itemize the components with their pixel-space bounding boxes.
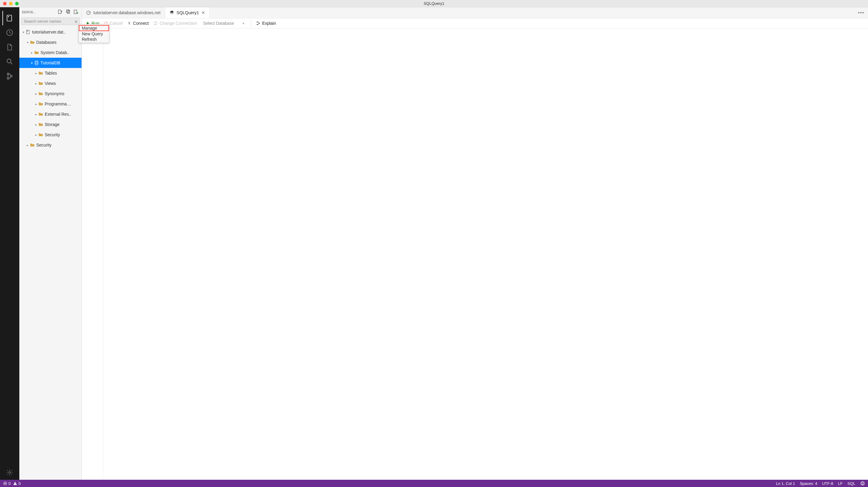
chevron-right-icon: ▸ (34, 133, 38, 136)
context-menu-new-query[interactable]: New Query (79, 31, 109, 36)
server-icon (25, 30, 31, 34)
folder-icon (34, 50, 39, 55)
tree-views-node[interactable]: ▸ Views (19, 78, 82, 89)
search-clear-icon[interactable]: ✕ (74, 19, 78, 24)
svg-rect-8 (58, 10, 61, 13)
status-errors-count: 0 (8, 481, 10, 486)
code-editor[interactable] (103, 28, 868, 480)
tree-databases-node[interactable]: ▾ Databases (19, 37, 82, 48)
activity-settings[interactable] (2, 465, 17, 480)
server-tree: ▾ tutorialserver.dat.. ▾ Databases ▸ Sys… (19, 27, 82, 480)
window-minimize-icon[interactable] (9, 2, 13, 5)
chevron-right-icon: ▸ (25, 144, 30, 147)
database-icon (34, 60, 39, 65)
tree-label: External Res.. (45, 112, 71, 117)
status-cursor[interactable]: Ln 1, Col 1 (776, 481, 795, 486)
editor-actions-icon[interactable]: ••• (855, 10, 868, 15)
tree-label: Tables (45, 71, 57, 75)
tree-label: Storage (45, 122, 60, 127)
change-connection-label: Change Connection (159, 21, 197, 26)
svg-point-5 (7, 78, 9, 79)
tree-label: System Datab.. (40, 50, 69, 55)
svg-point-21 (259, 23, 259, 24)
window-maximize-icon[interactable] (15, 2, 19, 5)
status-feedback-icon[interactable] (860, 481, 865, 486)
line-gutter: 1 (82, 28, 103, 480)
status-warnings-count: 0 (19, 481, 21, 486)
tree-label: Security (45, 132, 60, 137)
window-title: SQLQuery1 (424, 1, 444, 6)
new-server-group-icon[interactable] (65, 9, 71, 15)
status-eol[interactable]: LF (838, 481, 843, 486)
select-database-dropdown[interactable]: Select Database ▼ (202, 20, 251, 26)
tree-security-inner-node[interactable]: ▸ Security (19, 130, 82, 140)
tree-server-node[interactable]: ▾ tutorialserver.dat.. (19, 27, 82, 37)
context-menu-manage[interactable]: Manage (79, 25, 109, 31)
context-menu-refresh[interactable]: Refresh (79, 36, 109, 42)
chevron-right-icon: ▸ (34, 113, 38, 116)
close-icon[interactable]: ✕ (202, 10, 205, 15)
svg-point-3 (7, 59, 11, 63)
explain-label: Explain (262, 21, 276, 26)
status-bar: 0 0 Ln 1, Col 1 Spaces: 4 UTF-8 LF SQL (0, 480, 868, 487)
svg-point-20 (257, 24, 257, 25)
chevron-down-icon: ▾ (25, 41, 30, 44)
activity-search[interactable] (2, 54, 17, 69)
chevron-right-icon: ▸ (34, 123, 38, 126)
folder-icon (30, 40, 35, 45)
tab-server-dashboard[interactable]: tutorialserver.database.windows.net (82, 7, 165, 18)
connect-button[interactable]: Connect (127, 21, 149, 26)
activity-task-history[interactable] (2, 25, 17, 40)
folder-icon (38, 112, 43, 117)
status-indentation[interactable]: Spaces: 4 (800, 481, 817, 486)
search-input[interactable] (21, 18, 80, 25)
activity-source-control[interactable] (2, 69, 17, 83)
folder-icon (38, 71, 43, 75)
title-bar: SQLQuery1 (0, 0, 868, 7)
activity-servers[interactable] (2, 11, 17, 25)
activity-explorer[interactable] (2, 40, 17, 54)
folder-icon (38, 122, 43, 127)
svg-rect-0 (7, 15, 11, 21)
tree-tutorialdb-node[interactable]: ▾ TutorialDB (19, 58, 82, 68)
tree-system-databases-node[interactable]: ▸ System Datab.. (19, 48, 82, 58)
svg-point-23 (15, 484, 16, 484)
chevron-right-icon: ▸ (30, 51, 34, 54)
folder-icon (30, 143, 35, 147)
tabs: tutorialserver.database.windows.net SQLQ… (82, 7, 868, 19)
status-errors[interactable]: 0 (3, 481, 10, 486)
tab-sqlquery1[interactable]: SQLQuery1 ✕ (165, 7, 210, 18)
status-language[interactable]: SQL (847, 481, 855, 486)
chevron-down-icon: ▼ (242, 22, 245, 25)
folder-icon (38, 101, 43, 106)
activity-bar (0, 7, 19, 480)
chevron-down-icon: ▾ (30, 61, 34, 65)
explain-button[interactable]: Explain (256, 21, 276, 26)
new-connection-icon[interactable] (57, 9, 63, 15)
tree-storage-node[interactable]: ▸ Storage (19, 119, 82, 130)
cancel-label: Cancel (110, 21, 123, 26)
svg-rect-13 (27, 30, 29, 34)
svg-rect-11 (74, 10, 77, 13)
window-close-icon[interactable] (3, 2, 7, 5)
chevron-right-icon: ▸ (34, 92, 38, 95)
change-connection-button[interactable]: Change Connection (153, 21, 197, 26)
svg-rect-9 (66, 10, 69, 13)
status-encoding[interactable]: UTF-8 (822, 481, 833, 486)
status-warnings[interactable]: 0 (13, 481, 21, 486)
tree-label: Security (36, 143, 52, 147)
tree-programmability-node[interactable]: ▸ Programma… (19, 99, 82, 109)
tree-security-outer-node[interactable]: ▸ Security (19, 140, 82, 150)
svg-point-19 (257, 22, 257, 22)
tree-external-resources-node[interactable]: ▸ External Res.. (19, 109, 82, 119)
chevron-right-icon: ▸ (34, 71, 38, 75)
svg-point-26 (863, 483, 863, 483)
tab-label: SQLQuery1 (177, 10, 199, 15)
tree-label: Synonyms (45, 91, 64, 96)
tree-synonyms-node[interactable]: ▸ Synonyms (19, 89, 82, 99)
database-icon (169, 10, 174, 15)
collapse-icon[interactable] (73, 9, 79, 15)
sidebar-title: SERVE.. (22, 10, 56, 14)
tree-tables-node[interactable]: ▸ Tables (19, 68, 82, 78)
svg-point-15 (35, 61, 38, 62)
